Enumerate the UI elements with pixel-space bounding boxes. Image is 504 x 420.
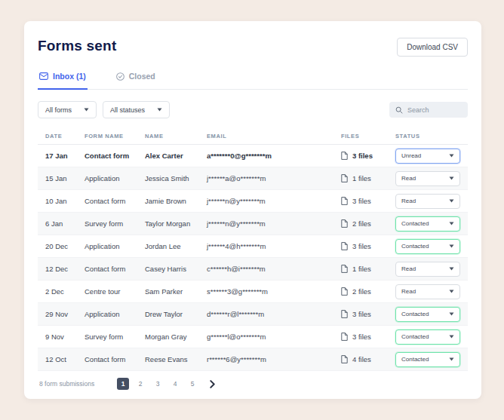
table-row[interactable]: 12 Dec Contact form Casey Harris c******… <box>38 258 468 281</box>
chevron-down-icon <box>449 312 454 316</box>
cell-date: 12 Oct <box>45 355 85 363</box>
table-row[interactable]: 17 Jan Contact form Alex Carter a*******… <box>38 145 468 167</box>
page-number-2[interactable]: 2 <box>134 378 146 390</box>
table-row[interactable]: 29 Nov Application Drew Taylor d******r@… <box>38 303 468 326</box>
files-count-label: 3 files <box>352 242 371 250</box>
cell-name: Alex Carter <box>145 152 207 160</box>
cell-form-name: Contact form <box>85 355 145 363</box>
status-dropdown[interactable]: Contacted <box>395 352 460 367</box>
cell-files: 3 files <box>341 197 395 205</box>
file-icon <box>341 265 348 273</box>
cell-name: Taylor Morgan <box>145 219 207 228</box>
page-number-5[interactable]: 5 <box>186 378 198 390</box>
cell-date: 17 Jan <box>45 152 85 160</box>
chevron-down-icon <box>449 176 454 180</box>
file-icon <box>341 152 348 160</box>
cell-form-name: Application <box>85 310 145 318</box>
status-dropdown[interactable]: Unread <box>395 149 460 164</box>
cell-date: 29 Nov <box>45 310 85 318</box>
cell-form-name: Contact form <box>85 152 145 160</box>
file-icon <box>341 219 348 228</box>
chevron-down-icon <box>449 154 454 158</box>
table-row[interactable]: 12 Oct Contact form Reese Evans r******6… <box>38 348 468 371</box>
cell-files: 3 files <box>341 333 395 341</box>
status-value: Read <box>401 175 416 182</box>
chevron-down-icon <box>449 222 454 225</box>
search-icon <box>395 106 403 114</box>
file-icon <box>341 242 348 250</box>
status-filter-dropdown[interactable]: All statuses <box>103 101 170 118</box>
status-dropdown[interactable]: Contacted <box>395 307 460 322</box>
files-count-label: 3 files <box>352 152 373 160</box>
cell-email: j******4@h*******m <box>207 242 341 250</box>
forms-sent-card: Forms sent Download CSV Inbox (1) Closed… <box>24 21 481 399</box>
form-filter-dropdown[interactable]: All forms <box>38 101 97 118</box>
table-row[interactable]: 10 Jan Contact form Jamie Brown j******n… <box>38 190 468 213</box>
cell-name: Jessica Smith <box>145 174 207 182</box>
column-header-date: DATE <box>45 133 85 139</box>
tab-closed[interactable]: Closed <box>115 72 157 90</box>
files-count-label: 2 files <box>352 287 371 296</box>
chevron-down-icon <box>157 108 162 112</box>
files-count-label: 3 files <box>352 333 371 341</box>
cell-email: s******3@g*******m <box>207 287 341 296</box>
files-count-label: 4 files <box>352 355 371 363</box>
cell-form-name: Contact form <box>85 265 145 273</box>
file-icon <box>341 174 348 182</box>
table-footer: 8 form submissions 12345 <box>38 378 468 390</box>
status-dropdown[interactable]: Read <box>395 171 460 186</box>
table-row[interactable]: 20 Dec Application Jordan Lee j******4@h… <box>38 235 468 258</box>
chevron-down-icon <box>449 290 454 293</box>
status-dropdown[interactable]: Read <box>395 262 460 277</box>
cell-email: j******n@y*******m <box>207 197 341 205</box>
cell-status: Read <box>395 194 460 209</box>
cell-form-name: Contact form <box>85 197 145 205</box>
files-count-label: 1 files <box>352 174 371 182</box>
next-page-button[interactable] <box>208 380 217 388</box>
download-csv-button[interactable]: Download CSV <box>397 38 468 57</box>
cell-status: Unread <box>395 149 460 164</box>
cell-status: Contacted <box>395 239 460 254</box>
cell-date: 2 Dec <box>45 287 85 296</box>
chevron-down-icon <box>449 267 454 271</box>
table-row[interactable]: 9 Nov Survey form Morgan Gray g******l@o… <box>38 326 468 348</box>
table-row[interactable]: 15 Jan Application Jessica Smith j******… <box>38 167 468 190</box>
status-value: Read <box>401 265 416 272</box>
inbox-icon <box>39 72 48 80</box>
cell-name: Jordan Lee <box>145 242 207 250</box>
cell-form-name: Survey form <box>85 333 145 341</box>
pagination: 12345 <box>117 378 217 390</box>
submissions-table: DATE FORM NAME NAME EMAIL FILES STATUS 1… <box>38 127 468 371</box>
search-input[interactable] <box>407 106 462 114</box>
cell-name: Morgan Gray <box>145 333 207 341</box>
status-value: Read <box>401 198 416 204</box>
cell-email: j******n@y*******m <box>207 219 341 228</box>
cell-files: 2 files <box>341 219 395 228</box>
page-number-3[interactable]: 3 <box>152 378 164 390</box>
status-value: Contacted <box>401 356 429 363</box>
chevron-down-icon <box>449 244 454 248</box>
tab-inbox[interactable]: Inbox (1) <box>38 72 88 90</box>
cell-form-name: Application <box>85 174 145 182</box>
column-header-files: FILES <box>341 133 395 139</box>
status-dropdown[interactable]: Contacted <box>395 216 460 231</box>
table-row[interactable]: 2 Dec Centre tour Sam Parker s******3@g*… <box>38 281 468 303</box>
cell-name: Sam Parker <box>145 287 207 296</box>
status-dropdown[interactable]: Contacted <box>395 330 460 345</box>
cell-name: Reese Evans <box>145 355 207 363</box>
cell-email: c******h@i*******m <box>207 265 341 273</box>
status-dropdown[interactable]: Read <box>395 194 460 209</box>
status-filter-value: All statuses <box>110 106 145 114</box>
status-dropdown[interactable]: Read <box>395 284 460 299</box>
file-icon <box>341 310 348 318</box>
page-title: Forms sent <box>38 38 116 54</box>
page-number-4[interactable]: 4 <box>169 378 181 390</box>
page-number-1[interactable]: 1 <box>117 378 129 390</box>
cell-files: 2 files <box>341 287 395 296</box>
cell-status: Read <box>395 262 460 277</box>
cell-status: Contacted <box>395 216 460 231</box>
filter-row: All forms All statuses <box>38 101 468 118</box>
cell-files: 1 files <box>341 174 395 182</box>
table-row[interactable]: 6 Jan Survey form Taylor Morgan j******n… <box>38 213 468 235</box>
status-dropdown[interactable]: Contacted <box>395 239 460 254</box>
